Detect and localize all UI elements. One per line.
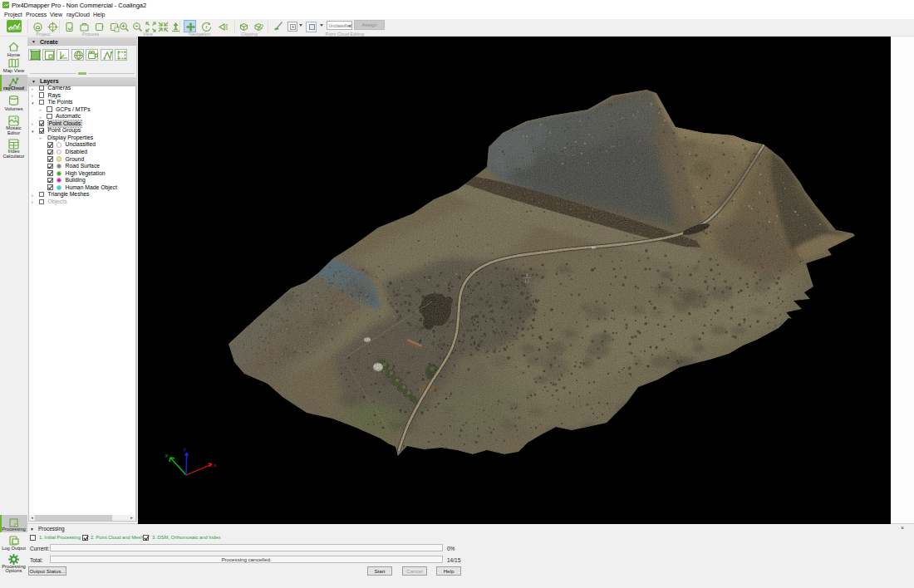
svg-text:z: z [183, 447, 186, 452]
